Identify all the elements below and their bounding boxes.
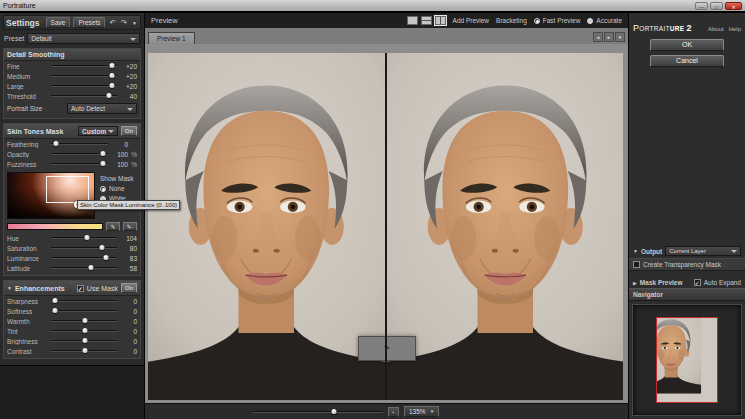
- brand-header: Portraiture2 About Help: [629, 13, 745, 37]
- slider-thumb[interactable]: [109, 73, 114, 78]
- add-preview-button[interactable]: Add Preview: [453, 17, 490, 24]
- slider-track[interactable]: [51, 95, 117, 97]
- collapse-icon[interactable]: ▼: [633, 248, 638, 254]
- slider-thumb[interactable]: [109, 83, 114, 88]
- tab-scroll-right-icon[interactable]: ►: [604, 32, 614, 42]
- show-mask-option-none[interactable]: None: [100, 185, 134, 192]
- output-target-value: Current Layer: [669, 248, 706, 254]
- navigator-thumbnail[interactable]: [656, 317, 718, 403]
- slider-track[interactable]: [51, 310, 117, 312]
- settings-title: Settings: [6, 18, 40, 28]
- save-button[interactable]: Save: [46, 17, 71, 28]
- zoom-slider[interactable]: [253, 411, 383, 413]
- slider-track[interactable]: [51, 153, 108, 155]
- slider-thumb[interactable]: [52, 308, 57, 313]
- horizontal-split-icon[interactable]: [421, 16, 432, 25]
- slider-track[interactable]: [51, 267, 117, 269]
- enhancements-header[interactable]: ▼ Enhancements ✓ Use Mask On: [4, 281, 140, 296]
- transparency-mask-row[interactable]: Create Transparency Mask: [629, 258, 745, 271]
- settings-panel-footer: [0, 365, 144, 419]
- skin-tones-mask-header[interactable]: Skin Tones Mask Custom On: [4, 124, 140, 139]
- mask-on-button[interactable]: On: [121, 126, 137, 136]
- slider-track[interactable]: [51, 163, 108, 165]
- slider-track[interactable]: [51, 237, 117, 239]
- zoom-level-dropdown[interactable]: 135% ▼: [404, 406, 439, 417]
- zoom-slider-thumb[interactable]: [331, 409, 336, 414]
- slider-thumb[interactable]: [83, 338, 88, 343]
- maximize-button[interactable]: □: [710, 2, 723, 10]
- output-target-dropdown[interactable]: Current Layer: [665, 246, 741, 256]
- slider-thumb[interactable]: [100, 245, 105, 250]
- slider-value: 0: [121, 348, 137, 355]
- slider-thumb[interactable]: [88, 265, 93, 270]
- use-mask-checkbox[interactable]: ✓: [77, 285, 84, 292]
- bracketing-button[interactable]: Bracketing: [496, 17, 527, 24]
- slider-track[interactable]: [51, 340, 117, 342]
- vertical-split-icon[interactable]: [435, 16, 446, 25]
- slider-thumb[interactable]: [101, 161, 106, 166]
- skin-color-picker[interactable]: [7, 172, 95, 219]
- fast-preview-option[interactable]: Fast Preview: [534, 17, 581, 24]
- slider-track[interactable]: [51, 300, 117, 302]
- split-drag-handle[interactable]: ↷: [358, 336, 416, 361]
- slider-thumb[interactable]: [107, 93, 112, 98]
- zoom-fit-button[interactable]: ▪: [388, 407, 399, 417]
- collapse-icon[interactable]: ▼: [7, 285, 12, 291]
- slider-thumb[interactable]: [101, 151, 106, 156]
- transparency-mask-checkbox[interactable]: [633, 261, 640, 268]
- mask-mode-dropdown[interactable]: Custom: [78, 126, 118, 136]
- redo-icon[interactable]: ↷: [120, 18, 128, 27]
- tab-preview-1[interactable]: Preview 1: [148, 32, 195, 44]
- presets-button[interactable]: Presets: [73, 17, 105, 28]
- preview-image-after[interactable]: [387, 53, 624, 400]
- accurate-option[interactable]: Accurate: [587, 17, 622, 24]
- slider-thumb[interactable]: [53, 141, 58, 146]
- slider-track[interactable]: [51, 85, 117, 87]
- slider-thumb[interactable]: [83, 328, 88, 333]
- slider-track[interactable]: [51, 350, 117, 352]
- cancel-button[interactable]: Cancel: [650, 55, 724, 67]
- slider-track[interactable]: [51, 330, 117, 332]
- close-button[interactable]: ✕: [725, 2, 742, 10]
- undo-icon[interactable]: ↶: [108, 18, 116, 27]
- detail-smoothing-section: Detail Smoothing Fine+20Medium+20Large+2…: [3, 48, 141, 119]
- single-view-icon[interactable]: [407, 16, 418, 25]
- slider-thumb[interactable]: [83, 318, 88, 323]
- help-link[interactable]: Help: [729, 26, 741, 32]
- portrait-size-dropdown[interactable]: Auto Detect: [67, 103, 137, 114]
- slider-saturation: Saturation80: [4, 243, 140, 253]
- hue-gradient-bar[interactable]: [7, 223, 103, 230]
- about-link[interactable]: About: [708, 26, 724, 32]
- slider-track[interactable]: [51, 65, 117, 67]
- panel-menu-icon[interactable]: ▼: [131, 20, 138, 26]
- slider-label: Large: [7, 83, 47, 90]
- detail-smoothing-header[interactable]: Detail Smoothing: [4, 49, 140, 61]
- slider-track[interactable]: [51, 143, 108, 145]
- eyedropper-subtract-icon[interactable]: ✎-: [123, 222, 137, 231]
- minimize-button[interactable]: —: [695, 2, 708, 10]
- picker-selection-rect[interactable]: [46, 176, 89, 203]
- slider-thumb[interactable]: [84, 235, 89, 240]
- tab-menu-icon[interactable]: ▼: [615, 32, 625, 42]
- tab-scroll-left-icon[interactable]: ◄: [593, 32, 603, 42]
- ok-button[interactable]: OK: [650, 39, 724, 51]
- slider-thumb[interactable]: [109, 63, 114, 68]
- slider-track[interactable]: [51, 257, 117, 259]
- auto-expand-checkbox[interactable]: ✓: [694, 279, 701, 286]
- slider-thumb[interactable]: [52, 298, 57, 303]
- slider-value: +20: [121, 83, 137, 90]
- enhancements-on-button[interactable]: On: [121, 283, 137, 293]
- eyedropper-add-icon[interactable]: ✎: [106, 222, 120, 231]
- slider-thumb[interactable]: [104, 255, 109, 260]
- preset-dropdown[interactable]: Default: [27, 33, 140, 44]
- skin-tones-mask-title: Skin Tones Mask: [7, 128, 63, 135]
- slider-track[interactable]: [51, 320, 117, 322]
- slider-track[interactable]: [51, 75, 117, 77]
- output-title: Output: [641, 248, 662, 255]
- split-divider[interactable]: [385, 53, 387, 400]
- expand-icon[interactable]: ▶: [633, 280, 637, 286]
- preview-image-before[interactable]: [148, 53, 385, 400]
- slider-value: 0: [112, 141, 128, 148]
- slider-track[interactable]: [51, 247, 117, 249]
- slider-thumb[interactable]: [83, 348, 88, 353]
